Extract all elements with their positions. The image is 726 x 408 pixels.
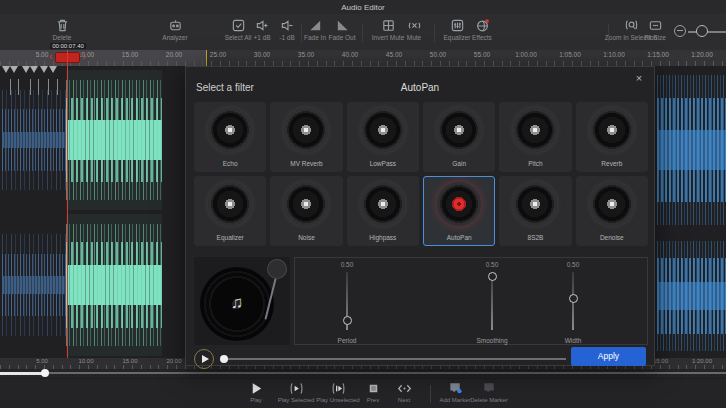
filter-card-echo[interactable]: Echo <box>194 102 266 172</box>
filter-card-noise[interactable]: Noise <box>270 176 342 246</box>
period-label: Period <box>317 337 377 344</box>
title-bar: Audio Editor <box>0 0 726 14</box>
analyzer-icon <box>168 18 183 33</box>
period-slider-thumb[interactable] <box>343 316 352 325</box>
ruler-label: 15.00 <box>122 51 138 58</box>
ruler-label: 20.00 <box>166 51 182 58</box>
ruler-label: 55.00 <box>474 51 490 58</box>
smoothing-label: Smoothing <box>462 337 522 344</box>
left-waveform-ch2-unselected <box>2 214 66 356</box>
width-label: Width <box>543 337 603 344</box>
effects-label: Effects <box>472 34 492 41</box>
apply-button[interactable]: Apply <box>571 347 646 366</box>
filter-name: Reverb <box>601 160 622 167</box>
filter-name: LowPass <box>370 160 396 167</box>
filter-card-gain[interactable]: Gain <box>423 102 495 172</box>
play-label: Play <box>250 397 262 403</box>
vinyl-record-icon <box>284 182 328 226</box>
filter-card-mv-reverb[interactable]: MV Reverb <box>270 102 342 172</box>
transport-bar: Play Play Selected Play Unselected Prev … <box>0 378 726 408</box>
turntable-tonearm-base-icon <box>267 259 287 279</box>
filter-card-autopan-selected[interactable]: AutoPan <box>423 176 495 246</box>
play-icon <box>249 381 264 396</box>
smoothing-slider-thumb[interactable] <box>488 272 497 281</box>
prev-button[interactable]: Next <box>381 381 427 403</box>
width-slider-thumb[interactable] <box>569 294 578 303</box>
delete-marker-button[interactable]: Delete Marker <box>466 381 512 403</box>
timeline-ruler[interactable]: 5.00 10.00 15.00 20.00 25.00 30.00 35.00… <box>0 50 726 67</box>
timeline-marker-icon[interactable] <box>10 66 18 73</box>
ruler-label: 25.00 <box>210 51 226 58</box>
ruler-label: 30.00 <box>254 51 270 58</box>
seek-bar-thumb[interactable] <box>41 369 49 377</box>
overview-label: 20.00 <box>166 358 181 364</box>
vinyl-record-icon <box>208 182 252 226</box>
filter-name: MV Reverb <box>290 160 323 167</box>
transport-separator <box>430 385 431 403</box>
playhead-line[interactable] <box>67 50 68 358</box>
play-selected-label: Play Selected <box>278 397 315 403</box>
preview-play-button[interactable] <box>194 349 214 369</box>
vinyl-record-icon <box>590 182 634 226</box>
mute-button[interactable]: Mute <box>392 18 436 41</box>
filter-card-lowpass[interactable]: LowPass <box>347 102 419 172</box>
zoom-slider[interactable] <box>674 22 726 42</box>
fade-out-label: Fade Out <box>328 34 355 41</box>
filter-card-pitch[interactable]: Pitch <box>499 102 571 172</box>
zoom-slider-thumb[interactable] <box>696 25 708 37</box>
delete-marker-icon <box>482 381 497 396</box>
fit-size-button[interactable]: Fit Size <box>633 18 677 41</box>
fit-size-label: Fit Size <box>644 34 666 41</box>
filter-name: Equalizer <box>217 234 244 241</box>
ruler-label: 1:00.00 <box>515 51 537 58</box>
vinyl-record-icon <box>361 108 405 152</box>
timeline-marker-icon[interactable] <box>40 66 48 73</box>
preview-progress-thumb[interactable] <box>220 355 228 363</box>
selection-time-label: 00:00:07.40 <box>50 43 86 49</box>
timeline-marker-icon[interactable] <box>22 66 30 73</box>
filter-name: Highpass <box>369 234 396 241</box>
vinyl-record-icon <box>284 108 328 152</box>
ruler-label: 40.00 <box>342 51 358 58</box>
stop-icon <box>366 381 381 396</box>
filter-card-8s2b[interactable]: 8S2B <box>499 176 571 246</box>
width-slider: 0.50 Width <box>543 258 603 346</box>
delete-button[interactable]: Delete <box>40 18 84 41</box>
vinyl-record-icon <box>208 108 252 152</box>
delete-label: Delete <box>53 34 72 41</box>
ruler-label: 45.00 <box>386 51 402 58</box>
filter-card-equalizer[interactable]: Equalizer <box>194 176 266 246</box>
vinyl-record-icon <box>361 182 405 226</box>
vinyl-record-icon <box>437 108 481 152</box>
delete-marker-label: Delete Marker <box>470 397 508 403</box>
seek-bar-track[interactable] <box>0 372 726 374</box>
audio-editor-window: Audio Editor Delete Analyzer Select All … <box>0 0 726 408</box>
ruler-label: 5.00 <box>36 51 49 58</box>
analyzer-button[interactable]: Analyzer <box>153 18 197 41</box>
right-waveform-ch2 <box>657 236 726 356</box>
vinyl-record-icon <box>590 108 634 152</box>
preview-progress-track[interactable] <box>224 358 566 360</box>
timeline-marker-icon[interactable] <box>49 66 57 73</box>
prev-label: Prev <box>367 397 379 403</box>
ruler-label: 35.00 <box>298 51 314 58</box>
zoom-out-icon[interactable] <box>674 25 686 37</box>
fit-size-icon <box>648 18 663 33</box>
left-waveform-ch1-selected <box>66 70 162 210</box>
timeline-marker-icon[interactable] <box>30 66 38 73</box>
filter-card-reverb[interactable]: Reverb <box>576 102 648 172</box>
toolbar-separator <box>362 24 363 42</box>
trash-icon <box>55 18 70 33</box>
filter-name: AutoPan <box>447 234 472 241</box>
analyzer-label: Analyzer <box>162 34 187 41</box>
filter-card-highpass[interactable]: Highpass <box>347 176 419 246</box>
effects-icon <box>475 18 490 33</box>
play-selected-button[interactable]: Play Selected <box>273 381 319 403</box>
overview-label: 10.00 <box>78 358 93 364</box>
filter-card-denoise[interactable]: Denoise <box>576 176 648 246</box>
timeline-marker-icon[interactable] <box>2 66 10 73</box>
smoothing-slider: 0.50 Smoothing <box>462 258 522 346</box>
fade-out-button[interactable]: Fade Out <box>320 18 364 41</box>
view-marker <box>206 50 207 66</box>
effects-button[interactable]: Effects <box>460 18 504 41</box>
